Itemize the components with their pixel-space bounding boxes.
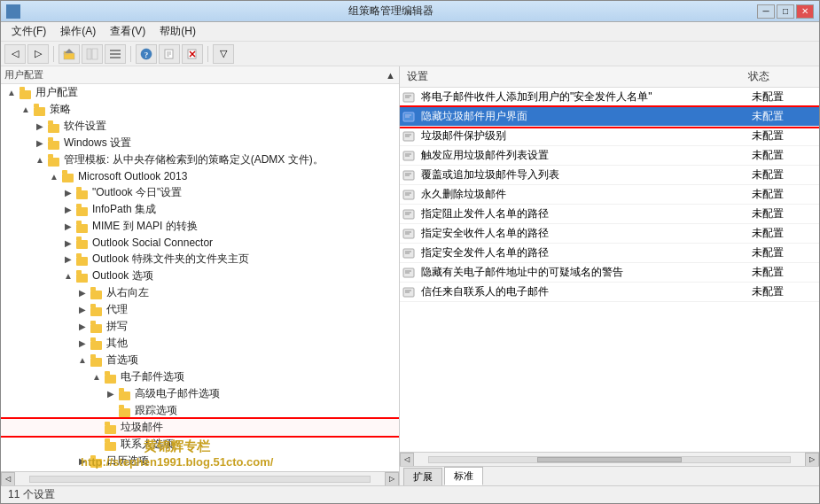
- tree-scroll[interactable]: ▲ 用户配置 ▲ 策略: [1, 84, 399, 471]
- expander-options[interactable]: ▲: [61, 269, 75, 283]
- tree-node-windows-settings[interactable]: ▶ Windows 设置: [1, 135, 399, 151]
- filter-button[interactable]: ▽: [213, 44, 234, 64]
- policy-icon-6: [400, 189, 418, 200]
- delete-button[interactable]: [182, 44, 203, 64]
- right-hscroll-thumb[interactable]: [537, 457, 682, 462]
- tab-expand[interactable]: 扩展: [403, 468, 442, 485]
- expander-infopath[interactable]: ▶: [61, 203, 75, 217]
- expander-policy[interactable]: ▲: [19, 103, 33, 117]
- column-header-setting[interactable]: 设置: [403, 68, 745, 85]
- tree-node-rtl[interactable]: ▶ 从右向左: [1, 284, 399, 301]
- tree-hscroll[interactable]: ◁ ▷: [1, 471, 399, 485]
- right-row-5[interactable]: 覆盖或追加垃圾邮件导入列表 未配置: [400, 166, 819, 185]
- tree-node-contacts[interactable]: 联系人选项: [1, 436, 399, 453]
- hscroll-track[interactable]: [29, 476, 371, 483]
- expander-adv-email[interactable]: ▶: [104, 387, 118, 401]
- tree-node-email-options[interactable]: ▲ 电子邮件选项: [1, 368, 399, 385]
- folder-icon-policy: [33, 104, 47, 116]
- folder-icon-infopath: [75, 204, 90, 216]
- right-hscroll-right[interactable]: ▷: [805, 453, 819, 467]
- expander-software[interactable]: ▶: [33, 120, 47, 134]
- expander-other[interactable]: ▶: [75, 337, 90, 351]
- right-hscroll[interactable]: ◁ ▷: [400, 452, 819, 466]
- tree-node-admin-templates[interactable]: ▲ 管理模板: 从中央存储检索到的策略定义(ADMX 文件)。: [1, 151, 399, 168]
- forward-button[interactable]: ▷: [27, 44, 49, 64]
- menu-bar: 文件(F) 操作(A) 查看(V) 帮助(H): [1, 22, 819, 42]
- expander-spelling[interactable]: ▶: [75, 320, 90, 334]
- expander-email[interactable]: ▲: [90, 370, 104, 384]
- expander-social[interactable]: ▶: [61, 236, 75, 250]
- right-hscroll-track[interactable]: [428, 456, 791, 463]
- expander-user-config[interactable]: ▲: [4, 86, 19, 100]
- tree-node-other[interactable]: ▶ 其他: [1, 335, 399, 352]
- menu-help[interactable]: 帮助(H): [152, 22, 203, 41]
- policy-icon-2: [400, 111, 418, 122]
- folder-icon-junk: [104, 422, 118, 434]
- svg-rect-5: [110, 50, 121, 51]
- tree-node-outlook-today[interactable]: ▶ "Outlook 今日"设置: [1, 184, 399, 201]
- right-row-10[interactable]: 隐藏有关电子邮件地址中的可疑域名的警告 未配置: [400, 263, 819, 283]
- tree-label-outlook2013: Microsoft Outlook 2013: [78, 170, 399, 182]
- up-folder-button[interactable]: [59, 44, 80, 64]
- right-row-11[interactable]: 信任来自联系人的电子邮件 未配置: [400, 283, 819, 302]
- close-button[interactable]: ✕: [796, 4, 814, 19]
- svg-rect-6: [110, 53, 121, 55]
- tree-node-tracking[interactable]: 跟踪选项: [1, 402, 399, 419]
- tree-node-user-config[interactable]: ▲ 用户配置: [1, 84, 399, 101]
- right-hscroll-left[interactable]: ◁: [400, 453, 414, 467]
- tree-node-outlook2013[interactable]: ▲ Microsoft Outlook 2013: [1, 168, 399, 184]
- column-header-status[interactable]: 状态: [745, 68, 816, 85]
- back-button[interactable]: ◁: [4, 44, 26, 64]
- expander-special[interactable]: ▶: [61, 252, 75, 267]
- hscroll-right-btn[interactable]: ▷: [385, 472, 399, 486]
- menu-action[interactable]: 操作(A): [53, 22, 103, 41]
- tree-scroll-up-icon[interactable]: ▲: [386, 70, 395, 81]
- list-view-button[interactable]: [105, 44, 126, 64]
- tree-node-outlook-options[interactable]: ▲ Outlook 选项: [1, 268, 399, 284]
- tree-node-social-connector[interactable]: ▶ Outlook Social Connector: [1, 235, 399, 251]
- menu-file[interactable]: 文件(F): [4, 22, 53, 41]
- toolbar-separator-1: [53, 46, 54, 62]
- tree-node-infopath[interactable]: ▶ InfoPath 集成: [1, 201, 399, 218]
- right-row-7[interactable]: 指定阻止发件人名单的路径 未配置: [400, 205, 819, 224]
- tree-node-policy[interactable]: ▲ 策略: [1, 101, 399, 118]
- expander-rtl[interactable]: ▶: [75, 286, 90, 300]
- tree-node-spelling[interactable]: ▶ 拼写: [1, 318, 399, 335]
- right-row-9[interactable]: 指定安全发件人名单的路径 未配置: [400, 244, 819, 263]
- row-text-2: 隐藏垃圾邮件用户界面: [418, 109, 748, 124]
- row-status-8: 未配置: [748, 226, 819, 241]
- right-row-4[interactable]: 触发应用垃圾邮件列表设置 未配置: [400, 146, 819, 166]
- right-row-8[interactable]: 指定安全收件人名单的路径 未配置: [400, 224, 819, 244]
- tree-node-calendar[interactable]: ▶ 日历选项: [1, 453, 399, 469]
- expander-windows[interactable]: ▶: [33, 136, 47, 151]
- maximize-button[interactable]: □: [777, 4, 794, 19]
- show-tree-button[interactable]: [82, 44, 103, 64]
- minimize-button[interactable]: ─: [757, 4, 775, 19]
- expander-outlook2013[interactable]: ▲: [47, 169, 61, 183]
- tree-node-special-folder[interactable]: ▶ Outlook 特殊文件夹的文件夹主页: [1, 251, 399, 268]
- tree-node-preferences[interactable]: ▲ 首选项: [1, 352, 399, 368]
- new-item-button[interactable]: [159, 44, 180, 64]
- tab-standard[interactable]: 标准: [444, 467, 483, 485]
- right-row-2[interactable]: 隐藏垃圾邮件用户界面 未配置: [400, 107, 819, 127]
- menu-view[interactable]: 查看(V): [103, 22, 152, 41]
- tree-node-delegate[interactable]: ▶ 代理: [1, 301, 399, 318]
- right-row-3[interactable]: 垃圾邮件保护级别 未配置: [400, 127, 819, 146]
- expander-admin[interactable]: ▲: [33, 153, 47, 167]
- tree-node-junk-mail[interactable]: 垃圾邮件: [1, 419, 399, 436]
- tree-node-software-settings[interactable]: ▶ 软件设置: [1, 118, 399, 135]
- hscroll-left-btn[interactable]: ◁: [1, 472, 15, 486]
- right-scroll[interactable]: 将电子邮件收件人添加到用户的"安全发件人名单" 未配置 隐藏垃圾邮件用户界面 未…: [400, 88, 819, 452]
- expander-mime[interactable]: ▶: [61, 220, 75, 234]
- svg-rect-4: [92, 49, 98, 59]
- tree-node-mime-mapi[interactable]: ▶ MIME 到 MAPI 的转换: [1, 218, 399, 235]
- expander-prefs[interactable]: ▲: [75, 353, 90, 368]
- expander-calendar[interactable]: ▶: [75, 454, 90, 469]
- help-button[interactable]: ?: [136, 44, 157, 64]
- tree-node-advanced-email[interactable]: ▶ 高级电子邮件选项: [1, 385, 399, 402]
- expander-delegate[interactable]: ▶: [75, 303, 90, 317]
- right-row-6[interactable]: 永久删除垃圾邮件 未配置: [400, 185, 819, 205]
- status-bar: 11 个设置: [1, 485, 819, 503]
- right-row-1[interactable]: 将电子邮件收件人添加到用户的"安全发件人名单" 未配置: [400, 88, 819, 107]
- expander-today[interactable]: ▶: [61, 186, 75, 200]
